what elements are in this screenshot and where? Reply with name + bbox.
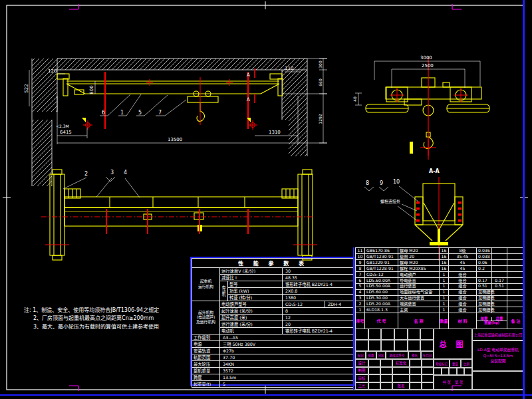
perf-param: 运行速度 (米/分) <box>220 321 283 328</box>
callout-2: 2 <box>84 171 88 177</box>
part-total-weight <box>492 259 507 265</box>
label-zone: 分区 <box>376 351 386 359</box>
label-date: 年月日 <box>421 351 434 359</box>
part-code: LD5.50.00A <box>365 283 398 289</box>
parts-row: 5 LD5.50.00A 运行装置 1 组合 0.51 0.51 <box>356 283 525 289</box>
part-code: LD5.30.00 <box>365 295 398 301</box>
perf-param: 工作级别 <box>192 334 220 341</box>
part-remark <box>507 277 525 283</box>
part-qty: 1 <box>440 301 449 307</box>
title-block-empty <box>472 371 524 390</box>
part-name: 地面操纵电气设备 <box>398 289 440 295</box>
front-view: 13500 6415 <2.3M 1310 120 110 800 522 30… <box>24 59 327 186</box>
part-code: LD5.60.00A <box>365 277 398 283</box>
perf-param: 起升速度 (米/分) <box>220 308 283 315</box>
perf-value: 37-70 <box>220 354 354 361</box>
stage-labels: 阶段标记 重量 比例 <box>434 359 472 368</box>
perf-value: 13.5m <box>220 374 354 381</box>
perf-param: 跨度 <box>192 374 220 381</box>
label-check: 审核 <box>355 374 368 382</box>
perf-param: 电源 <box>192 341 220 348</box>
note-line: 注: 1、制造、安全、使用等均须符合JB/T1306-94之规定 <box>24 307 196 315</box>
part-code: LD5.60.00 <box>365 289 398 295</box>
part-unit-weight <box>477 271 492 277</box>
part-total-weight <box>492 248 507 254</box>
part-material: 组合 <box>449 289 477 295</box>
part-remark <box>507 265 525 271</box>
perf-param: 最大轮压 <box>192 361 220 368</box>
plan-centerlines <box>41 209 317 245</box>
dim-overall-width: 3000 <box>420 55 432 61</box>
perf-title: 性 能 参 数 表 <box>192 259 354 268</box>
part-no: 11 <box>356 248 365 254</box>
part-no: 3 <box>356 295 365 301</box>
part-code: GB/T1230-91 <box>365 253 398 259</box>
company-name: 上海起重运输机械制造有限公司 <box>472 329 524 340</box>
callout-8: 8 <box>366 180 369 186</box>
perf-value: CD₁5-12 <box>283 301 325 308</box>
part-name: 大车运行装置 <box>398 295 440 301</box>
sheet-count: 共 张 第 张 <box>434 375 472 390</box>
header-no: 序号 <box>356 313 365 329</box>
section-letter-bottom: A <box>247 96 251 102</box>
perf-value: 5 <box>220 381 354 388</box>
label-process: 工艺 <box>355 382 368 390</box>
part-no: 6 <box>356 277 365 283</box>
part-name: 螺母 M20 <box>398 259 440 265</box>
section-text: A-A 8 9 10 螺栓连接处 <box>366 168 440 204</box>
parts-row: 6 LD5.60.00A 导电装置 1 组合 0.17 0.17 <box>356 277 525 283</box>
perf-param: 轨距范围 <box>192 354 220 361</box>
dim-wheel-gauge: 2500 <box>422 63 434 68</box>
label-sign: 签名 <box>408 351 421 359</box>
plan-view: 2 3 4 <box>41 170 317 260</box>
part-material: 组合 <box>449 271 477 277</box>
part-unit-weight: 0.51 <box>477 283 492 289</box>
part-name: 电动葫芦 <box>398 271 440 277</box>
part-qty: 1 <box>440 277 449 283</box>
callout-6: 6 <box>102 110 105 116</box>
part-no: 8 <box>356 265 365 271</box>
part-material: 45 <box>449 259 477 265</box>
part-qty: 1 <box>440 295 449 301</box>
part-remark <box>507 295 525 301</box>
perf-param: 转速 (转/分) <box>228 295 283 301</box>
end-dim-lines <box>355 61 480 105</box>
part-name: 垫圈 20 <box>398 253 440 259</box>
plan-leaders <box>63 177 140 198</box>
callout-10: 10 <box>393 179 400 185</box>
part-name: 主梁 <box>398 307 440 313</box>
part-qty: 16 <box>440 253 449 259</box>
part-qty: 16 <box>440 259 449 265</box>
technical-notes: 注: 1、制造、安全、使用等均须符合JB/T1306-94之规定2、厂房顶面与起… <box>24 307 196 331</box>
parts-rows: 11 GB6170-86 螺母 M20 16 8级 0.036 10 GB/T1… <box>356 248 525 313</box>
header-material: 材 料 <box>449 313 477 329</box>
section-beam-fill <box>430 229 448 245</box>
part-no: 9 <box>356 259 365 265</box>
part-qty: 16 <box>440 248 449 254</box>
part-remark <box>507 253 525 259</box>
part-material: 45 <box>449 265 477 271</box>
part-material: 8级 <box>449 248 477 254</box>
perf-param: 起重量(t) <box>192 381 220 388</box>
blue-accent-left <box>353 247 354 390</box>
dim-span: 13500 <box>168 137 182 142</box>
part-material: 组合 <box>449 301 477 307</box>
product-info: LD-A型 电动单梁起重机 Q=5t S=13.5m 总装配图 <box>472 340 524 371</box>
part-code: GB1229-91 <box>365 259 398 265</box>
callout-3: 3 <box>110 170 114 176</box>
dim-left-end: 6415 <box>60 130 72 135</box>
perf-value: 12 <box>283 315 354 321</box>
parts-row: 11 GB6170-86 螺母 M20 16 8级 0.036 <box>356 248 525 254</box>
section-letter-top: A <box>247 72 251 78</box>
part-qty: 1 <box>440 283 449 289</box>
header-name: 名 称 <box>398 313 440 329</box>
performance-table: 性 能 参 数 表 起重机 运行机构 运行速度V (米/分) 30 减速比 I … <box>192 258 354 388</box>
dim-gap-right: 110 <box>285 66 293 71</box>
part-unit-weight: 见明细表 <box>477 289 492 295</box>
part-no: 7 <box>356 271 365 277</box>
part-total-weight: 0.17 <box>492 277 507 283</box>
perf-param: 安装轨道 <box>192 348 220 354</box>
part-remark <box>507 259 525 265</box>
part-unit-weight: 0.2 <box>477 265 492 271</box>
part-material: 组合 <box>449 307 477 313</box>
